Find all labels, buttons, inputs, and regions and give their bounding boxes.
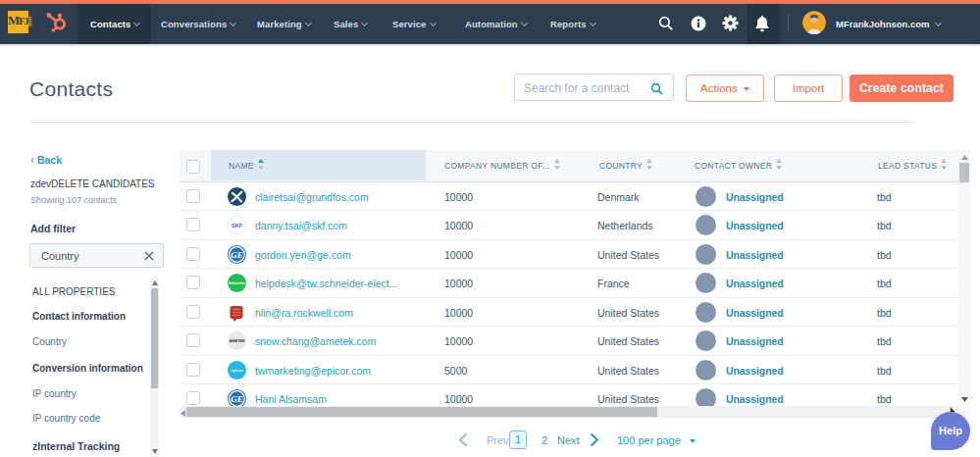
svg-text:GE: GE <box>231 394 243 404</box>
svg-text:SKF: SKF <box>232 223 243 228</box>
svg-text:epicor: epicor <box>231 368 242 373</box>
svg-text:AMETEK: AMETEK <box>230 338 245 343</box>
svg-text:GE: GE <box>231 250 243 260</box>
svg-text:Schneider: Schneider <box>229 281 246 285</box>
